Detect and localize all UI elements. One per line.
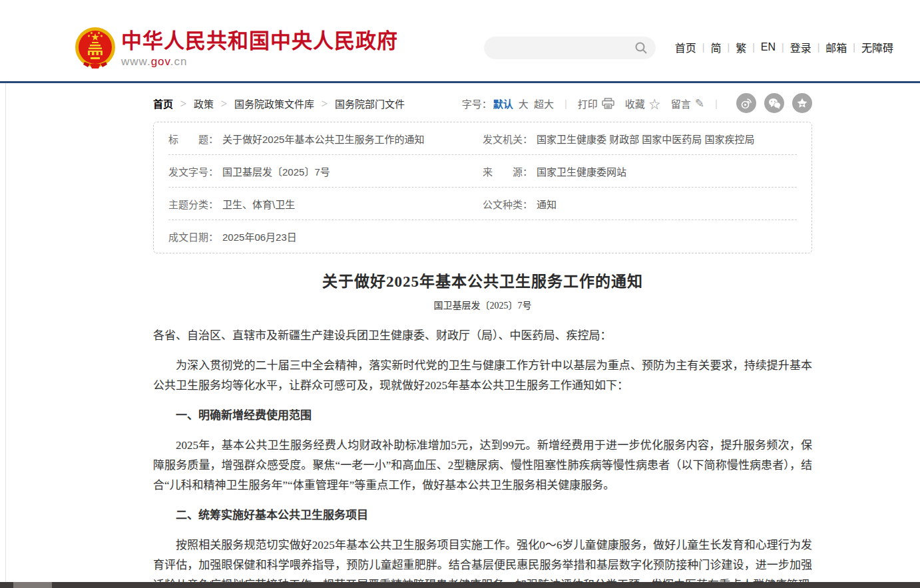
- nav-link-login[interactable]: 登录: [790, 39, 811, 55]
- document-toolbar: 字号： 默认 大 超大 | 打印: [462, 93, 812, 113]
- nav-link-accessibility[interactable]: 无障碍: [861, 39, 893, 55]
- nav-link-mail[interactable]: 邮箱: [825, 39, 847, 55]
- article-doc-number: 国卫基层发〔2025〕7号: [153, 298, 812, 311]
- weibo-share-button[interactable]: [736, 93, 756, 113]
- meta-row: 主题分类： 卫生、体育\卫生 公文种类： 通知: [168, 188, 797, 220]
- nav-divider: |: [817, 42, 820, 53]
- top-navigation: 首页 | 简 | 繁 | EN | 登录 | 邮箱 | 无障碍: [675, 39, 893, 55]
- breadcrumb-department-documents[interactable]: 国务院部门文件: [335, 96, 405, 110]
- meta-label: 发文机关：: [483, 132, 533, 146]
- breadcrumb-separator-icon: ＞: [180, 98, 187, 108]
- article-section2-heading: 二、统筹实施好基本公共卫生服务项目: [153, 506, 812, 525]
- meta-issuing-agency: 发文机关： 国家卫生健康委 财政部 国家中医药局 国家疾控局: [483, 132, 797, 146]
- site-url-cn: .cn: [170, 55, 188, 68]
- meta-value: 卫生、体育\卫生: [222, 197, 295, 211]
- nav-divider: |: [702, 42, 705, 53]
- content-column: 首页 ＞ 政策 ＞ 国务院政策文件库 ＞ 国务院部门文件 字号： 默认 大 超大…: [153, 93, 812, 588]
- meta-value: 2025年06月23日: [222, 229, 297, 243]
- meta-row: 标 题： 关于做好2025年基本公共卫生服务工作的通知 发文机关： 国家卫生健康…: [168, 122, 797, 155]
- article-title: 关于做好2025年基本公共卫生服务工作的通知: [153, 269, 812, 291]
- article-salutation: 各省、自治区、直辖市及新疆生产建设兵团卫生健康委、财政厅（局）、中医药局、疾控局…: [153, 326, 812, 346]
- font-size-large-button[interactable]: 大: [519, 96, 529, 110]
- star-icon: ☆: [649, 95, 660, 112]
- comment-label: 留言: [671, 96, 691, 110]
- share-buttons: [728, 93, 812, 113]
- meta-value: 国家卫生健康委网站: [537, 164, 626, 178]
- site-url: www.gov.cn: [121, 55, 398, 69]
- nav-divider: |: [853, 42, 855, 53]
- meta-label: 标 题：: [168, 132, 218, 146]
- search-input[interactable]: [495, 37, 628, 59]
- article-intro-paragraph: 为深入贯彻党的二十届三中全会精神，落实新时代党的卫生与健康工作方针中以基层为重点…: [153, 356, 812, 396]
- nav-link-traditional[interactable]: 繁: [736, 39, 746, 55]
- breadcrumb-policy[interactable]: 政策: [194, 96, 214, 110]
- nav-link-english[interactable]: EN: [761, 41, 776, 53]
- breadcrumb-separator-icon: ＞: [321, 98, 328, 108]
- font-size-xlarge-button[interactable]: 超大: [534, 96, 554, 110]
- breadcrumb-toolbar-row: 首页 ＞ 政策 ＞ 国务院政策文件库 ＞ 国务院部门文件 字号： 默认 大 超大…: [153, 93, 812, 113]
- site-header: 中华人民共和国中央人民政府 www.gov.cn 首页 | 简 | 繁 | EN…: [0, 0, 920, 83]
- article-section1-paragraph: 2025年，基本公共卫生服务经费人均财政补助标准增加5元，达到99元。新增经费用…: [153, 436, 812, 496]
- favorite-label: 收藏: [625, 96, 645, 110]
- meta-row: 成文日期： 2025年06月23日: [168, 220, 797, 253]
- meta-doc-type: 公文种类： 通知: [483, 197, 797, 211]
- meta-label: 公文种类：: [483, 197, 533, 211]
- article-section1-heading: 一、明确新增经费使用范围: [153, 406, 812, 426]
- meta-value: 国卫基层发〔2025〕7号: [222, 164, 330, 178]
- national-emblem-icon: [74, 27, 116, 71]
- nav-divider: |: [752, 42, 755, 53]
- toolbar-divider: |: [565, 98, 567, 109]
- site-title: 中华人民共和国中央人民政府: [121, 29, 398, 53]
- breadcrumb-separator-icon: ＞: [220, 98, 228, 108]
- breadcrumb-policy-library[interactable]: 国务院政策文件库: [234, 96, 314, 110]
- meta-value: 关于做好2025年基本公共卫生服务工作的通知: [222, 132, 424, 146]
- nav-link-home[interactable]: 首页: [675, 39, 696, 55]
- site-url-gov: gov: [151, 55, 170, 68]
- search-box: [484, 37, 656, 59]
- page: 中华人民共和国中央人民政府 www.gov.cn 首页 | 简 | 繁 | EN…: [0, 0, 920, 588]
- article-section2-paragraph: 按照相关服务规范切实做好2025年基本公共卫生服务项目实施工作。强化0～6岁儿童…: [153, 535, 812, 588]
- qzone-icon: [796, 97, 808, 109]
- comment-button[interactable]: 留言 ✎: [671, 96, 704, 110]
- meta-issue-date: 成文日期： 2025年06月23日: [168, 229, 483, 243]
- print-button[interactable]: 打印: [578, 96, 614, 110]
- nav-divider: |: [782, 42, 784, 53]
- meta-topic-category: 主题分类： 卫生、体育\卫生: [168, 197, 483, 211]
- printer-icon: [602, 98, 614, 109]
- meta-label: 发文字号：: [168, 164, 218, 178]
- meta-label: 来 源：: [483, 164, 533, 178]
- favorite-button[interactable]: 收藏 ☆: [625, 95, 660, 112]
- meta-source: 来 源： 国家卫生健康委网站: [483, 164, 797, 178]
- font-size-default-button[interactable]: 默认: [493, 96, 513, 110]
- nav-link-simplified[interactable]: 简: [710, 39, 721, 55]
- meta-title: 标 题： 关于做好2025年基本公共卫生服务工作的通知: [168, 132, 483, 146]
- left-border-line: [5, 0, 6, 582]
- article-body: 各省、自治区、直辖市及新疆生产建设兵团卫生健康委、财政厅（局）、中医药局、疾控局…: [153, 326, 812, 588]
- site-url-www: www.: [121, 55, 151, 68]
- meta-row: 发文字号： 国卫基层发〔2025〕7号 来 源： 国家卫生健康委网站: [168, 155, 797, 188]
- scrollbar-thumb[interactable]: [13, 582, 52, 588]
- toolbar-divider: |: [715, 98, 718, 109]
- pencil-icon: ✎: [695, 96, 704, 110]
- meta-value: 通知: [537, 197, 557, 211]
- national-emblem-logo[interactable]: [74, 27, 116, 71]
- nav-divider: |: [728, 42, 730, 53]
- print-label: 打印: [578, 96, 598, 110]
- weibo-icon: [740, 97, 752, 109]
- font-size-label: 字号：: [462, 96, 492, 110]
- breadcrumb: 首页 ＞ 政策 ＞ 国务院政策文件库 ＞ 国务院部门文件: [153, 96, 405, 110]
- wechat-share-button[interactable]: [764, 93, 784, 113]
- footer-top-strip: [0, 582, 920, 588]
- search-icon[interactable]: [634, 41, 648, 55]
- breadcrumb-home[interactable]: 首页: [153, 96, 173, 110]
- meta-label: 主题分类：: [168, 197, 218, 211]
- qzone-share-button[interactable]: [792, 93, 812, 113]
- meta-label: 成文日期：: [168, 229, 218, 243]
- meta-doc-number: 发文字号： 国卫基层发〔2025〕7号: [168, 164, 483, 178]
- meta-value: 国家卫生健康委 财政部 国家中医药局 国家疾控局: [537, 132, 755, 146]
- wechat-icon: [768, 98, 781, 109]
- site-identity: 中华人民共和国中央人民政府 www.gov.cn: [121, 29, 398, 69]
- document-meta-box: 标 题： 关于做好2025年基本公共卫生服务工作的通知 发文机关： 国家卫生健康…: [153, 122, 812, 253]
